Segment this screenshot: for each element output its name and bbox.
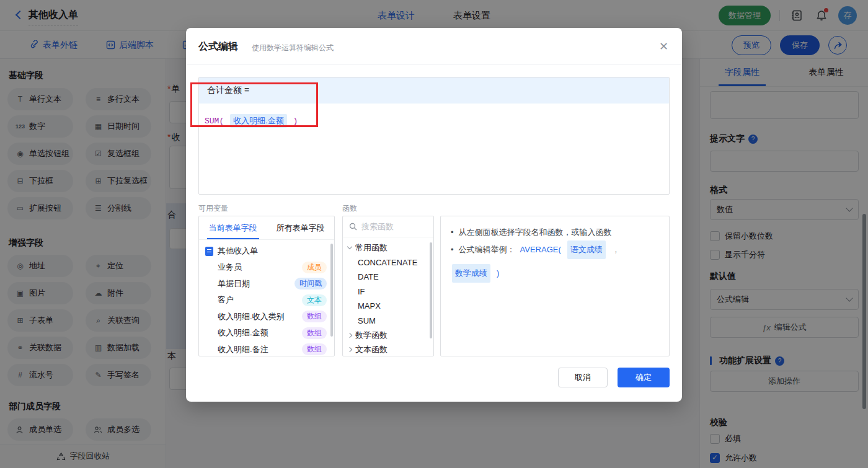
example-function: AVERAGE( bbox=[520, 242, 561, 258]
variables-panel: 当前表单字段 所有表单字段 其他收入单 业务员 成员 单据日期 时间戳 客户 文… bbox=[198, 216, 335, 356]
type-badge: 数组 bbox=[302, 327, 327, 339]
variable-item[interactable]: 客户 文本 bbox=[199, 292, 334, 309]
variables-scrollbar[interactable] bbox=[330, 244, 333, 337]
confirm-button[interactable]: 确定 bbox=[618, 368, 670, 387]
modal-title: 公式编辑 bbox=[198, 40, 238, 53]
type-badge: 文本 bbox=[302, 294, 327, 306]
variable-item[interactable]: 收入明细.金额 数组 bbox=[199, 325, 334, 342]
form-doc-icon bbox=[205, 247, 213, 256]
chevron-down-icon bbox=[347, 244, 352, 249]
function-search[interactable] bbox=[343, 216, 433, 237]
functions-label: 函数 bbox=[342, 203, 357, 214]
variable-item[interactable]: 收入明细.收入类别 数组 bbox=[199, 309, 334, 325]
function-item[interactable]: IF bbox=[343, 285, 433, 299]
example-field-chip: 数学成绩 bbox=[452, 264, 490, 283]
annotation-box bbox=[190, 82, 318, 127]
variables-tabs: 当前表单字段 所有表单字段 bbox=[199, 216, 334, 240]
function-item[interactable]: MAPX bbox=[343, 299, 433, 314]
chevron-right-icon bbox=[347, 347, 352, 352]
functions-panel: 常用函数 CONCATENATE DATE IF MAPX SUM 数学函数 文… bbox=[342, 216, 434, 356]
modal-footer: 取消 确定 bbox=[558, 368, 670, 387]
search-icon bbox=[349, 223, 357, 231]
function-search-input[interactable] bbox=[361, 222, 423, 231]
function-item[interactable]: DATE bbox=[343, 270, 433, 285]
function-item[interactable]: CONCATENATE bbox=[343, 255, 433, 270]
function-item[interactable]: SUM bbox=[343, 314, 433, 329]
variables-tree-root[interactable]: 其他收入单 bbox=[199, 240, 334, 259]
bullet-icon: • bbox=[451, 224, 454, 241]
help-line-1: • 从左侧面板选择字段名和函数，或输入函数 bbox=[451, 224, 659, 241]
variable-item[interactable]: 收入明细.备注 数组 bbox=[199, 342, 334, 357]
type-badge: 时间戳 bbox=[294, 278, 327, 289]
modal-header: 公式编辑 使用数学运算符编辑公式 ✕ bbox=[186, 28, 682, 64]
function-group-text[interactable]: 文本函数 bbox=[343, 343, 433, 357]
function-group-math[interactable]: 数学函数 bbox=[343, 328, 433, 343]
bullet-icon: • bbox=[451, 242, 454, 258]
help-panel: • 从左侧面板选择字段名和函数，或输入函数 • 公式编辑举例： AVERAGE(… bbox=[440, 216, 670, 356]
tab-all-form-fields[interactable]: 所有表单字段 bbox=[267, 216, 334, 239]
type-badge: 数组 bbox=[302, 311, 327, 322]
function-group-common[interactable]: 常用函数 bbox=[343, 241, 433, 255]
example-field-chip: 语文成绩 bbox=[567, 241, 606, 259]
type-badge: 数组 bbox=[302, 343, 327, 355]
cancel-button[interactable]: 取消 bbox=[558, 368, 608, 387]
type-badge: 成员 bbox=[302, 262, 327, 273]
help-line-2: • 公式编辑举例： AVERAGE( 语文成绩 ， 数学成绩 ) bbox=[451, 241, 659, 283]
modal-subtitle: 使用数学运算符编辑公式 bbox=[252, 43, 334, 53]
chevron-right-icon bbox=[347, 333, 352, 338]
tab-current-form-fields[interactable]: 当前表单字段 bbox=[199, 216, 267, 239]
variables-label: 可用变量 bbox=[198, 203, 228, 214]
variable-item[interactable]: 业务员 成员 bbox=[199, 259, 334, 276]
variable-item[interactable]: 单据日期 时间戳 bbox=[199, 276, 334, 293]
close-icon[interactable]: ✕ bbox=[659, 40, 668, 53]
functions-scrollbar[interactable] bbox=[430, 242, 432, 338]
